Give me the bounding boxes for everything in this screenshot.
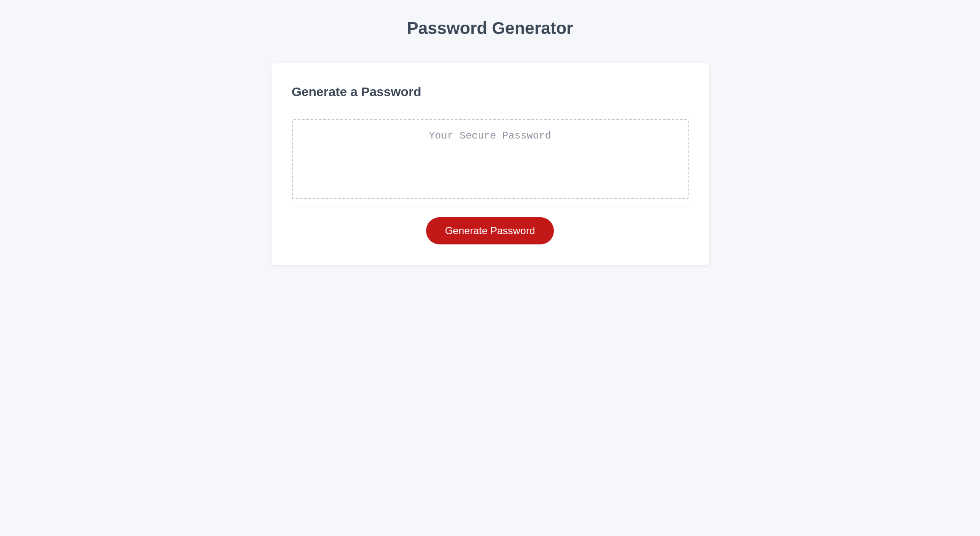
divider-bottom xyxy=(292,207,689,207)
password-output-wrapper xyxy=(292,119,689,201)
generate-password-button[interactable]: Generate Password xyxy=(426,217,554,244)
generator-card: Generate a Password Generate Password xyxy=(271,63,709,265)
password-output[interactable] xyxy=(292,119,689,199)
button-row: Generate Password xyxy=(292,217,689,244)
divider-top xyxy=(292,113,689,113)
card-heading: Generate a Password xyxy=(292,85,689,99)
page-title: Password Generator xyxy=(0,19,980,38)
